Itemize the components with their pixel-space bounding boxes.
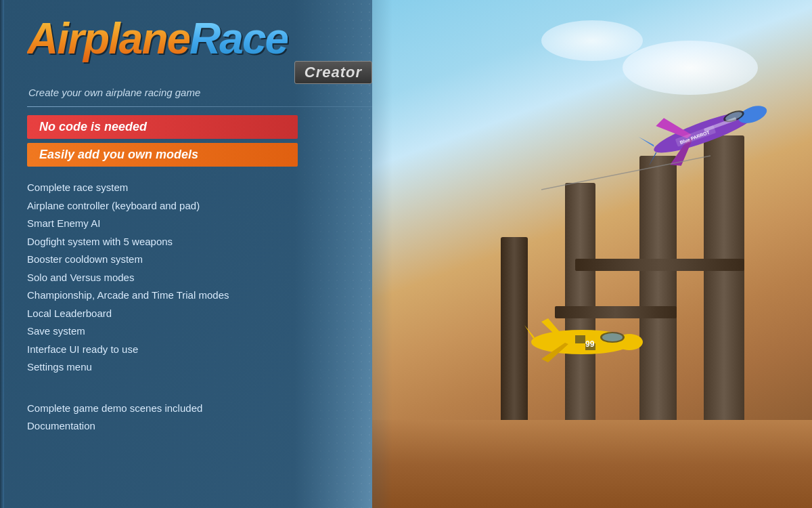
feature-item: Save system xyxy=(27,322,372,341)
logo-race: Race xyxy=(189,14,288,64)
ground xyxy=(372,420,812,508)
logo-creator: Creator xyxy=(304,64,362,81)
logo-creator-box: Creator xyxy=(294,61,372,84)
game-screenshot: 99 Blue PARROT xyxy=(372,0,812,508)
tower-1 xyxy=(639,156,677,440)
feature-list: Complete race systemAirplane controller … xyxy=(27,179,372,377)
airplane-yellow: 99 xyxy=(521,305,643,373)
feature-item: Interface UI ready to use xyxy=(27,341,372,359)
section-gap xyxy=(27,377,372,387)
feature-item: Settings menu xyxy=(27,358,372,377)
feature-list-2: Complete game demo scenes includedDocume… xyxy=(27,400,372,436)
beam-1 xyxy=(575,259,744,271)
tower-4 xyxy=(704,135,744,440)
logo-container: Airplane Race xyxy=(27,14,372,64)
feature-item: Championship, Arcade and Time Trial mode… xyxy=(27,287,372,305)
header-section: Airplane Race Creator Create your own ai… xyxy=(27,14,372,98)
svg-text:99: 99 xyxy=(585,339,595,349)
svg-rect-2 xyxy=(575,335,585,343)
content-area: Airplane Race Creator Create your own ai… xyxy=(0,0,392,508)
feature-item: Complete race system xyxy=(27,179,372,197)
svg-marker-17 xyxy=(638,133,654,150)
svg-marker-9 xyxy=(524,343,535,354)
feature-item: Complete game demo scenes included xyxy=(27,400,372,418)
svg-rect-4 xyxy=(575,343,585,350)
feature-item: Smart Enemy AI xyxy=(27,215,372,233)
feature-item: Solo and Versus modes xyxy=(27,269,372,287)
banner-no-code: No code is needed xyxy=(27,115,298,139)
pipe-left xyxy=(0,0,4,508)
feature-item: Dogfight system with 5 weapons xyxy=(27,233,372,251)
feature-item: Booster cooldown system xyxy=(27,251,372,269)
feature-item: Documentation xyxy=(27,417,372,436)
feature-item: Local Leaderboard xyxy=(27,305,372,323)
header-divider xyxy=(27,106,372,107)
cloud-2 xyxy=(541,20,643,61)
banner-add-models: Easily add you own models xyxy=(27,143,298,167)
logo-airplane: Airplane xyxy=(27,14,189,64)
tagline: Create your own airplane racing game xyxy=(28,87,372,98)
svg-marker-18 xyxy=(645,152,659,166)
logo-creator-wrap: Creator xyxy=(27,61,372,84)
feature-item: Airplane controller (keyboard and pad) xyxy=(27,197,372,215)
svg-marker-8 xyxy=(524,325,535,339)
svg-point-11 xyxy=(602,333,623,341)
